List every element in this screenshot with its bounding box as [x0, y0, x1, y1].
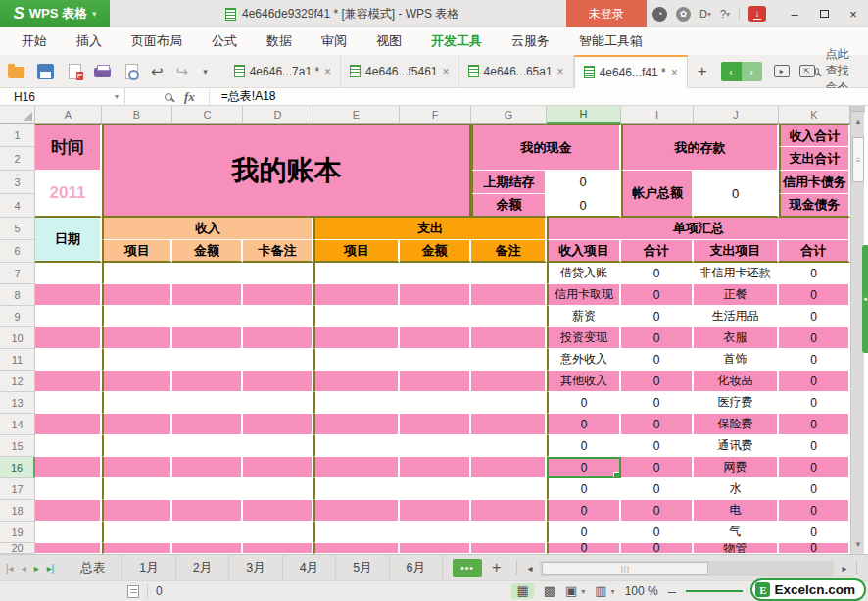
- cell-E8[interactable]: [313, 284, 400, 306]
- cell-B13[interactable]: [102, 392, 172, 414]
- cell-E14[interactable]: [313, 414, 400, 435]
- cell-G17[interactable]: [471, 478, 547, 500]
- cell-F13[interactable]: [400, 392, 471, 414]
- menu-item-home[interactable]: 开始: [22, 32, 47, 50]
- cell-H16[interactable]: 0: [547, 457, 621, 478]
- zoom-formula-icon[interactable]: [165, 93, 172, 101]
- fx-icon[interactable]: fx: [184, 89, 195, 105]
- cell-cash-prev-value[interactable]: 0: [547, 171, 621, 194]
- row-header-9[interactable]: 9: [0, 306, 35, 327]
- cell-time-label[interactable]: 时间: [35, 124, 102, 171]
- menu-item-cloud[interactable]: 云服务: [511, 32, 550, 50]
- cell-G19[interactable]: [471, 522, 547, 543]
- cell-J17[interactable]: 水: [694, 478, 779, 500]
- cell-C13[interactable]: [172, 392, 243, 414]
- cell-D17[interactable]: [243, 478, 313, 500]
- cell-B11[interactable]: [102, 349, 172, 371]
- column-header-B[interactable]: B: [102, 106, 172, 124]
- cell-I20[interactable]: 0: [621, 543, 694, 554]
- new-document-tab-button[interactable]: +: [688, 62, 717, 81]
- cell-H9[interactable]: 薪资: [547, 306, 621, 327]
- cell-I8[interactable]: 0: [621, 284, 694, 306]
- cell-E17[interactable]: [313, 478, 400, 500]
- cell-B9[interactable]: [102, 306, 172, 327]
- menu-item-data[interactable]: 数据: [266, 32, 292, 50]
- cell-K20[interactable]: 0: [779, 543, 850, 554]
- row-header-3[interactable]: 3: [0, 171, 35, 194]
- cell-G11[interactable]: [471, 349, 547, 371]
- h-scroll-left-icon[interactable]: ◂: [523, 563, 536, 574]
- column-header-A[interactable]: A: [35, 106, 102, 124]
- cell-F19[interactable]: [400, 522, 471, 543]
- cell-income-total-label[interactable]: 收入合计: [779, 124, 850, 147]
- cell-B12[interactable]: [102, 371, 172, 392]
- print-button[interactable]: [94, 68, 111, 77]
- sheet-nav-first-button[interactable]: |◂: [6, 563, 14, 574]
- cell-D16[interactable]: [243, 457, 313, 478]
- presentation-play-icon[interactable]: ▸: [774, 65, 790, 77]
- row-header-12[interactable]: 12: [0, 371, 35, 392]
- document-tab-2[interactable]: 4e646...f5461 ×: [341, 55, 458, 88]
- cell-C16[interactable]: [172, 457, 243, 478]
- cell-H15[interactable]: 0: [547, 435, 621, 457]
- menu-item-review[interactable]: 审阅: [321, 32, 347, 50]
- cell-cash-debt-label[interactable]: 现金债务: [779, 194, 850, 218]
- column-header-F[interactable]: F: [400, 106, 471, 124]
- cell-income-col-cardnote[interactable]: 卡备注: [243, 240, 313, 263]
- page-layout-view-button[interactable]: ▣: [565, 584, 577, 598]
- horizontal-scrollbar[interactable]: |||: [540, 561, 834, 576]
- cell-J14[interactable]: 保险费: [694, 414, 779, 435]
- cell-K7[interactable]: 0: [779, 263, 850, 284]
- row-header-16[interactable]: 16: [0, 457, 35, 478]
- cell-A17[interactable]: [35, 478, 102, 500]
- cell-J10[interactable]: 衣服: [694, 327, 779, 349]
- cell-K14[interactable]: 0: [779, 414, 850, 435]
- cell-year[interactable]: 2011: [35, 171, 102, 218]
- menu-item-view[interactable]: 视图: [376, 32, 402, 50]
- cell-date-header[interactable]: 日期: [35, 218, 102, 263]
- cell-expense-header[interactable]: 支出: [313, 218, 547, 240]
- cell-summary-col-expense-item[interactable]: 支出项目: [694, 240, 779, 263]
- row-header-5[interactable]: 5: [0, 218, 35, 240]
- cell-D10[interactable]: [243, 327, 313, 349]
- cell-cash-title[interactable]: 我的现金: [471, 124, 621, 171]
- more-sheets-button[interactable]: •••: [453, 559, 482, 577]
- cell-income-header[interactable]: 收入: [102, 218, 313, 240]
- cell-E13[interactable]: [313, 392, 400, 414]
- cell-K12[interactable]: 0: [779, 371, 850, 392]
- row-header-2[interactable]: 2: [0, 147, 35, 171]
- cell-D20[interactable]: [243, 543, 313, 554]
- cell-B18[interactable]: [102, 500, 172, 522]
- cell-D8[interactable]: [243, 284, 313, 306]
- column-header-G[interactable]: G: [471, 106, 547, 124]
- open-button[interactable]: [8, 67, 24, 78]
- cell-C17[interactable]: [172, 478, 243, 500]
- cell-I9[interactable]: 0: [621, 306, 694, 327]
- cell-E7[interactable]: [313, 263, 400, 284]
- cell-cash-balance-value[interactable]: 0: [547, 194, 621, 218]
- cell-income-col-amount[interactable]: 金额: [172, 240, 243, 263]
- cell-K15[interactable]: 0: [779, 435, 850, 457]
- cell-G9[interactable]: [471, 306, 547, 327]
- cell-A15[interactable]: [35, 435, 102, 457]
- cell-H14[interactable]: 0: [547, 414, 621, 435]
- menu-item-page-layout[interactable]: 页面布局: [131, 32, 182, 50]
- cell-D18[interactable]: [243, 500, 313, 522]
- cell-J16[interactable]: 网费: [694, 457, 779, 478]
- cell-E20[interactable]: [313, 543, 400, 554]
- wps-app-button[interactable]: S WPS 表格 ▾: [0, 0, 110, 27]
- cell-A8[interactable]: [35, 284, 102, 306]
- download-icon[interactable]: ↓: [748, 6, 766, 22]
- maximize-button[interactable]: [809, 0, 839, 27]
- cell-A14[interactable]: [35, 414, 102, 435]
- row-header-10[interactable]: 10: [0, 327, 35, 349]
- cell-H17[interactable]: 0: [547, 478, 621, 500]
- tab-scroll-left-button[interactable]: ‹: [721, 62, 742, 81]
- cell-K13[interactable]: 0: [779, 392, 850, 414]
- cell-B20[interactable]: [102, 543, 172, 554]
- cell-K9[interactable]: 0: [779, 306, 850, 327]
- cell-G7[interactable]: [471, 263, 547, 284]
- cell-H11[interactable]: 意外收入: [547, 349, 621, 371]
- cell-income-col-item[interactable]: 项目: [102, 240, 172, 263]
- split-handle[interactable]: [851, 106, 865, 112]
